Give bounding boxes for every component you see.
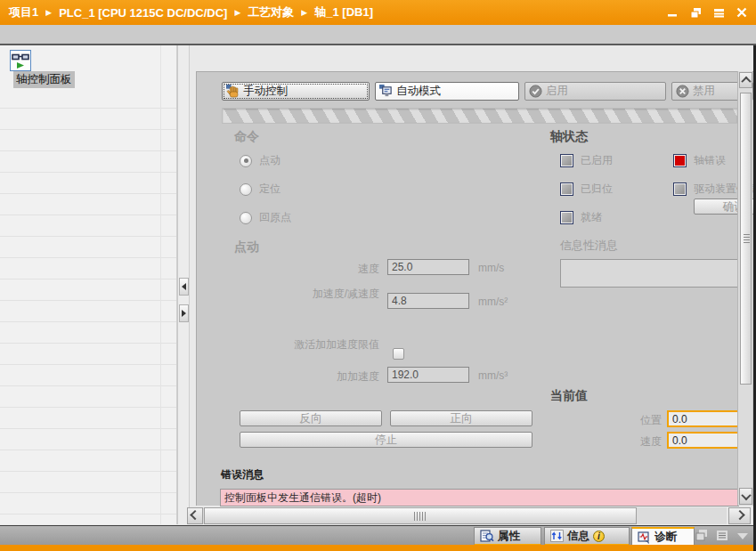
tab-info[interactable]: 信息 i: [544, 527, 630, 546]
info-message-box: [560, 259, 745, 288]
current-values-section-title: 当前值: [550, 388, 588, 404]
bottom-bar: 属性 信息 i 诊断: [0, 525, 756, 545]
enable-label: 启用: [546, 84, 568, 99]
maximize-button[interactable]: [711, 6, 726, 19]
maximize-icon: [713, 7, 725, 18]
chevron-left-icon: [190, 509, 199, 519]
close-button[interactable]: [735, 6, 749, 19]
monitor-online-button[interactable]: [10, 50, 31, 71]
forward-button[interactable]: 正向: [390, 410, 532, 426]
homing-radio[interactable]: [240, 212, 252, 224]
manual-control-label: 手动控制: [243, 84, 288, 99]
progress-hatch-bar: [222, 108, 738, 124]
diagnostics-icon: [638, 531, 651, 544]
enabled-indicator: [560, 154, 573, 167]
glasses-icon: [12, 53, 29, 69]
manual-control-button[interactable]: 手动控制: [222, 82, 370, 101]
forward-label: 正向: [451, 411, 473, 426]
status-row-ready: 就绪: [560, 210, 602, 225]
chevron-right-icon: [735, 509, 744, 519]
tab-diagnostics-label: 诊断: [654, 530, 677, 545]
automatic-mode-button[interactable]: 自动模式: [375, 82, 519, 101]
jerk-limit-label: 激活加加速度限值: [271, 337, 379, 352]
tab-diagnostics[interactable]: 诊断: [631, 527, 695, 546]
homing-radio-label: 回原点: [259, 210, 291, 225]
sidebar-item-axis-control-panel[interactable]: 轴控制面板: [13, 71, 75, 88]
stop-button[interactable]: 停止: [240, 432, 532, 448]
breadcrumb-tech-objects[interactable]: 工艺对象: [248, 4, 294, 20]
jerk-unit: mm/s³: [478, 369, 508, 382]
info-arrows-icon: [550, 530, 564, 542]
list-view-button[interactable]: [716, 530, 728, 544]
jog-radio[interactable]: [240, 155, 252, 167]
disable-x-icon: [676, 85, 689, 98]
info-badge-icon: i: [593, 531, 605, 542]
scroll-right-button[interactable]: [728, 507, 751, 524]
enabled-indicator-label: 已启用: [581, 153, 613, 168]
breadcrumb-project[interactable]: 项目1: [9, 4, 38, 20]
minimize-button[interactable]: [665, 6, 679, 19]
enable-button[interactable]: 启用: [524, 82, 666, 101]
axis-status-section-title: 轴状态: [550, 129, 588, 145]
status-row-axis-error: 轴错误: [673, 153, 726, 168]
jerk-limit-checkbox[interactable]: [393, 348, 404, 360]
scroll-left-button[interactable]: [187, 507, 203, 524]
breadcrumb-separator-icon: ▶: [234, 8, 240, 17]
chevron-up-icon: [741, 77, 751, 86]
minimize-icon: [667, 7, 678, 18]
thumb-grip-icon: [744, 234, 750, 243]
jerk-input[interactable]: [387, 367, 469, 383]
collapse-right-button[interactable]: [179, 304, 189, 322]
automatic-mode-icon: [379, 85, 393, 98]
error-message-title: 错误消息: [221, 467, 264, 482]
list-view-icon: [716, 530, 728, 541]
speed-input[interactable]: [387, 259, 469, 275]
error-message-box: 控制面板中发生通信错误。(超时): [220, 489, 739, 506]
window-bottom-accent: [0, 545, 756, 551]
sidebar-row-stripes: [0, 87, 176, 524]
collapse-left-button[interactable]: [179, 278, 189, 296]
horizontal-scrollbar[interactable]: [203, 507, 727, 524]
positioning-radio[interactable]: [240, 183, 252, 196]
velocity-label: 速度: [578, 434, 662, 450]
vertical-scrollbar[interactable]: [737, 71, 752, 506]
chevron-down-icon: [741, 490, 751, 499]
vertical-scroll-thumb[interactable]: [740, 93, 752, 385]
triangle-down-icon: [736, 532, 749, 540]
accel-input[interactable]: [387, 293, 469, 309]
status-row-enabled: 已启用: [560, 153, 613, 168]
breadcrumb-plc[interactable]: PLC_1 [CPU 1215C DC/DC/DC]: [59, 6, 227, 20]
homed-indicator: [560, 182, 573, 196]
tab-info-label: 信息: [567, 529, 589, 544]
status-row-homed: 已归位: [560, 182, 613, 197]
scroll-down-button[interactable]: [739, 488, 752, 505]
breadcrumb-separator-icon: ▶: [301, 8, 307, 17]
collapse-pane-button[interactable]: [736, 531, 749, 543]
ready-indicator: [560, 211, 573, 224]
properties-icon: [480, 530, 494, 542]
drive-error-indicator: [673, 182, 687, 196]
disable-label: 禁用: [693, 84, 715, 99]
close-icon: [736, 7, 747, 18]
breadcrumb-separator-icon: ▶: [45, 8, 52, 17]
axis-control-panel: 手动控制 自动模式 启用 禁用 命令 点动 定位: [196, 71, 753, 506]
tab-properties[interactable]: 属性: [474, 527, 541, 546]
pane-splitter[interactable]: [177, 45, 190, 524]
speed-unit: mm/s: [478, 262, 504, 274]
reverse-button[interactable]: 反向: [240, 410, 382, 426]
accel-unit: mm/s²: [478, 296, 508, 308]
scroll-up-button[interactable]: [739, 72, 752, 88]
horizontal-scroll-thumb[interactable]: [204, 507, 637, 524]
error-message-text: 控制面板中发生通信错误。(超时): [224, 490, 381, 506]
accel-label: 加速度/减速度: [271, 287, 379, 302]
command-section-title: 命令: [234, 129, 259, 145]
jog-section-title: 点动: [234, 239, 259, 255]
axis-error-indicator: [673, 154, 687, 167]
triangle-left-icon: [178, 283, 186, 290]
info-message-title: 信息性消息: [560, 238, 618, 254]
radio-row-jog: 点动: [240, 153, 280, 168]
breadcrumb-axis[interactable]: 轴_1 [DB1]: [314, 4, 373, 20]
restore-button[interactable]: [688, 6, 703, 19]
speed-label: 速度: [271, 262, 379, 277]
float-window-button[interactable]: [695, 529, 708, 544]
